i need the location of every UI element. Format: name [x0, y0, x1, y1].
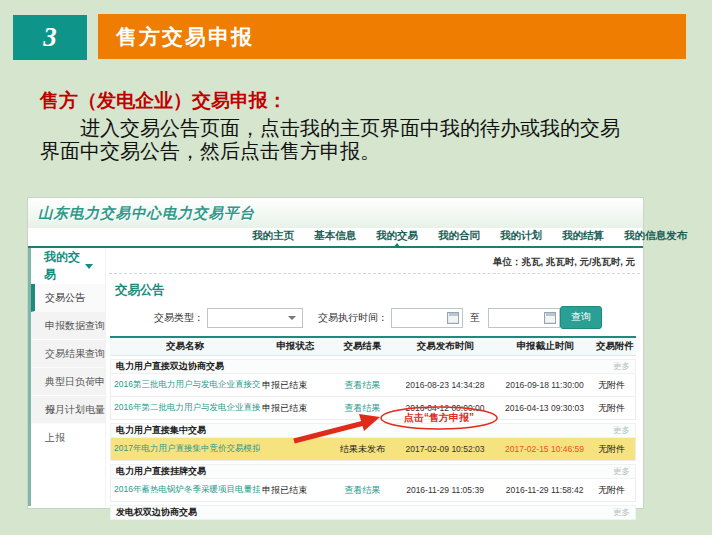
sidebar-item-typical-day-load[interactable]: 典型日负荷申报 — [31, 368, 105, 396]
announcement-link[interactable]: 2017年电力用户直接集中竞价交易模拟测试 — [114, 443, 260, 453]
deadline: 2017-02-15 10:46:59 — [496, 444, 593, 454]
col-header-publish-time: 交易发布时间 — [394, 340, 497, 353]
exec-time-label: 交易执行时间： — [318, 311, 388, 325]
app-window: 山东电力交易中心电力交易平台 我的主页 基本信息 我的交易 我的合同 我的计划 … — [28, 198, 643, 508]
slide-background: 3 售方交易申报 售方（发电企业）交易申报： 进入交易公告页面，点击我的主页界面… — [0, 0, 712, 535]
to-label: 至 — [470, 311, 480, 325]
col-header-attachment: 交易附件 — [594, 340, 636, 353]
exec-time-to-input[interactable] — [488, 308, 560, 328]
calendar-icon[interactable] — [544, 312, 556, 324]
exec-time-from-input[interactable] — [391, 308, 463, 328]
more-link[interactable]: 更多 — [613, 361, 630, 373]
nav-item-my-trades[interactable]: 我的交易 — [366, 229, 428, 246]
sidebar-items: 交易公告 申报数据查询 交易结果查询 典型日负荷申报 分月计划电量上报 — [31, 284, 105, 424]
attachment: 无附件 — [593, 443, 635, 456]
group-header-listing: 电力用户直接挂牌交易 更多 — [110, 464, 636, 479]
view-result-link[interactable]: 查看结果 — [345, 380, 381, 390]
deadline: 2016-09-18 11:30:00 — [496, 380, 593, 390]
publish-time: 2016-11-29 11:05:39 — [394, 485, 496, 495]
sidebar-item-trade-result-query[interactable]: 交易结果查询 — [31, 340, 105, 368]
col-header-deadline: 申报截止时间 — [497, 340, 594, 353]
calendar-icon[interactable] — [447, 312, 459, 324]
group-title: 发电权双边协商交易 — [116, 506, 197, 519]
table-row: 2016年第二批电力用户与发电企业直接交易 申报已结束 查看结果 2016-04… — [110, 397, 636, 420]
table-row: 2016第三批电力用户与发电企业直接交易 申报已结束 查看结果 2016-08-… — [110, 374, 636, 397]
nav-item-my-trades-label: 我的交易 — [376, 229, 418, 241]
view-result-link[interactable]: 查看结果 — [345, 403, 381, 413]
search-button[interactable]: 查询 — [560, 306, 602, 329]
app-logo-bar: 山东电力交易中心电力交易平台 — [28, 198, 643, 228]
col-header-name: 交易名称 — [110, 340, 260, 353]
section-number-box: 3 — [13, 15, 87, 60]
intro-line-2: 界面中交易公告，然后点击售方申报。 — [40, 140, 685, 163]
publish-time: 2016-04-12 00:00:00 — [394, 403, 496, 413]
attachment: 无附件 — [593, 379, 635, 392]
trade-type-label: 交易类型： — [154, 311, 204, 325]
sidebar-header-label: 我的交易 — [44, 249, 85, 283]
app-body: 我的交易 交易公告 申报数据查询 交易结果查询 典型日负荷申报 分月计划电量上报… — [28, 248, 643, 506]
sidebar-item-declaration-data-query[interactable]: 申报数据查询 — [31, 312, 105, 340]
announcement-link[interactable]: 2016年第二批电力用户与发电企业直接交易 — [114, 402, 260, 412]
transaction-status: 申报已结束 — [260, 379, 331, 392]
col-header-result: 交易结果 — [331, 340, 394, 353]
group-title: 电力用户直接挂牌交易 — [116, 465, 206, 478]
more-link[interactable]: 更多 — [613, 466, 630, 478]
section-title-banner: 售方交易申报 — [98, 14, 686, 59]
sidebar-item-trade-announcements[interactable]: 交易公告 — [31, 284, 105, 312]
table-row-highlighted: 2017年电力用户直接集中竞价交易模拟测试售方申报 结果未发布 2017-02-… — [110, 438, 636, 461]
intro-block: 售方（发电企业）交易申报： 进入交易公告页面，点击我的主页界面中我的待办或我的交… — [40, 88, 685, 163]
nav-item-basic-info[interactable]: 基本信息 — [304, 229, 366, 246]
attachment: 无附件 — [593, 484, 635, 497]
publish-time: 2016-08-23 14:34:28 — [394, 380, 496, 390]
table-row: 2016年蓄热电锅炉冬季采暖项目电量挂牌交 申报已结束 查看结果 2016-11… — [110, 479, 636, 502]
table-header-row: 交易名称 申报状态 交易结果 交易发布时间 申报截止时间 交易附件 — [110, 336, 636, 356]
intro-heading: 售方（发电企业）交易申报： — [40, 88, 685, 114]
main-content: 单位：兆瓦, 兆瓦时, 元/兆瓦时, 元 交易公告 交易类型： 交易执行时间： … — [105, 248, 643, 506]
result-not-published: 结果未发布 — [331, 443, 394, 456]
sidebar-item-monthly-plan-report[interactable]: 分月计划电量上报 — [31, 396, 105, 424]
nav-item-home[interactable]: 我的主页 — [242, 229, 304, 246]
app-logo: 山东电力交易中心电力交易平台 — [38, 204, 255, 223]
group-title: 电力用户直接集中交易 — [116, 424, 206, 437]
publish-time: 2017-02-09 10:52:03 — [394, 444, 496, 454]
attachment: 无附件 — [593, 402, 635, 415]
nav-item-my-info-publish[interactable]: 我的信息发布 — [614, 229, 697, 246]
intro-line-1: 进入交易公告页面，点击我的主页界面中我的待办或我的交易 — [40, 117, 685, 140]
chevron-down-icon — [85, 264, 93, 269]
transaction-status: 申报已结束 — [260, 402, 331, 415]
sidebar-header-my-trades[interactable]: 我的交易 — [31, 248, 105, 284]
chevron-down-icon — [288, 316, 296, 320]
more-link[interactable]: 更多 — [613, 425, 630, 437]
view-result-link[interactable]: 查看结果 — [345, 485, 381, 495]
top-nav: 我的主页 基本信息 我的交易 我的合同 我的计划 我的结算 我的信息发布 — [28, 228, 643, 248]
sidebar: 我的交易 交易公告 申报数据查询 交易结果查询 典型日负荷申报 分月计划电量上报 — [28, 248, 105, 506]
trade-type-select[interactable] — [207, 308, 303, 328]
more-link[interactable]: 更多 — [613, 507, 630, 519]
transaction-status: 申报已结束 — [260, 484, 331, 497]
unit-note: 单位：兆瓦, 兆瓦时, 元/兆瓦时, 元 — [106, 248, 643, 273]
nav-item-my-plans[interactable]: 我的计划 — [490, 229, 552, 246]
announcement-link[interactable]: 2016年蓄热电锅炉冬季采暖项目电量挂牌交 — [114, 484, 260, 494]
group-header-generation-rights: 发电权双边协商交易 更多 — [110, 505, 636, 520]
divider — [109, 273, 640, 274]
nav-item-my-settlement[interactable]: 我的结算 — [552, 229, 614, 246]
group-header-bilateral: 电力用户直接双边协商交易 更多 — [110, 359, 636, 374]
deadline: 2016-04-13 09:30:03 — [496, 403, 593, 413]
deadline: 2016-11-29 11:58:42 — [496, 485, 593, 495]
page-title: 交易公告 — [115, 282, 643, 299]
section-number: 3 — [43, 22, 57, 53]
filter-bar: 交易类型： 交易执行时间： 至 查询 — [106, 306, 643, 329]
nav-item-my-contracts[interactable]: 我的合同 — [428, 229, 490, 246]
group-header-centralized: 电力用户直接集中交易 更多 — [110, 423, 636, 438]
announcement-table: 交易名称 申报状态 交易结果 交易发布时间 申报截止时间 交易附件 电力用户直接… — [110, 336, 636, 520]
announcement-link[interactable]: 2016第三批电力用户与发电企业直接交易 — [114, 379, 260, 389]
section-title: 售方交易申报 — [116, 25, 254, 48]
col-header-status: 申报状态 — [260, 340, 331, 353]
group-title: 电力用户直接双边协商交易 — [116, 360, 224, 373]
